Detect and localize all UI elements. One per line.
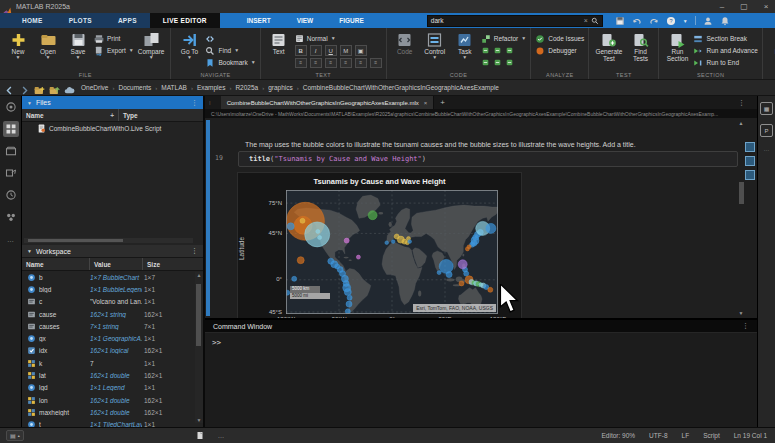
chevron-down-icon[interactable]: ▼ [187, 55, 192, 60]
clear-search-icon[interactable]: × [584, 17, 588, 24]
more-icon[interactable]: … [218, 432, 225, 439]
back-icon[interactable] [4, 82, 15, 93]
undo-icon[interactable] [632, 16, 642, 26]
variable-row[interactable]: k71×1 [22, 357, 203, 369]
panel-layout-button[interactable]: ▤▴ [6, 430, 24, 441]
figure-output[interactable]: Tsunamis by Cause and Wave Height Latitu… [237, 172, 522, 318]
tab-view[interactable]: VIEW [284, 13, 327, 28]
chevron-down-icon[interactable]: ▼ [462, 55, 467, 60]
maximize-button[interactable]: ▢ [739, 0, 749, 13]
ws-col-size[interactable]: Size [143, 258, 203, 270]
output-thumbnail[interactable] [745, 156, 755, 166]
variable-row[interactable]: maxheight162×1 double162×1 [22, 406, 203, 418]
breadcrumb-item[interactable]: OneDrive [81, 84, 108, 91]
breadcrumb-item[interactable]: MATLAB [161, 84, 187, 91]
command-window-menu-icon[interactable]: ⋮ [742, 322, 749, 330]
workspace-vscrollbar[interactable]: ▲ ▼ [195, 272, 203, 423]
save-icon[interactable] [615, 16, 625, 26]
command-prompt[interactable]: >> [212, 338, 757, 347]
output-thumbnail[interactable] [745, 142, 755, 152]
geographic-axes[interactable]: 5000 km 5000 mi Esri, TomTom, FAO, NOAA,… [286, 190, 498, 314]
run-button[interactable]: Run▼ [767, 31, 775, 61]
profiler-icon[interactable]: P [760, 124, 773, 137]
text-button[interactable]: Text [265, 31, 293, 56]
file-row[interactable]: CombineBubbleChartWithO...Live Script [22, 122, 203, 134]
files-icon[interactable] [3, 121, 19, 137]
files-menu-icon[interactable]: ⋮ [191, 99, 198, 107]
variable-row[interactable]: lgd1×1 Legend1×1 [22, 382, 203, 394]
variable-row[interactable]: cause162×1 string162×1 [22, 308, 203, 320]
save-button[interactable]: Save▼ [64, 31, 92, 61]
align-button[interactable]: ≡ [370, 58, 382, 68]
format-i-button[interactable]: I [310, 45, 322, 56]
chevron-down-icon[interactable]: ▼ [76, 55, 81, 60]
bookmark-button[interactable]: Bookmark▼ [205, 57, 255, 68]
document-icon[interactable] [196, 431, 204, 440]
toolbox-icon[interactable] [3, 143, 19, 159]
account-icon[interactable] [703, 16, 713, 26]
format-u-button[interactable]: U [325, 45, 337, 56]
share-icon[interactable] [3, 165, 19, 181]
layers-icon[interactable]: ▣ [355, 45, 367, 56]
new-button[interactable]: New▼ [4, 31, 32, 61]
compare-button[interactable]: Compare▼ [136, 31, 167, 61]
nav-arrows-button[interactable] [205, 33, 255, 44]
collapse-triangle-icon[interactable]: ▼ [27, 100, 32, 106]
variable-row[interactable]: causes7×1 string7×1 [22, 320, 203, 332]
tab-home[interactable]: HOME [9, 13, 56, 28]
chevron-down-icon[interactable]: ▼ [251, 60, 256, 65]
editor-content[interactable]: 19 The map uses the bubble colors to ill… [205, 118, 757, 318]
find-tests-button[interactable]: Find Tests [626, 31, 654, 64]
tab-insert[interactable]: INSERT [234, 13, 284, 28]
go-to-button[interactable]: Go To▼ [175, 31, 203, 61]
editor-scrollbar-thumb[interactable] [739, 182, 744, 204]
export-button[interactable]: Export▼ [94, 45, 134, 56]
scroll-down-icon[interactable]: ▼ [737, 310, 745, 316]
code-issues-button[interactable]: Code Issues [535, 33, 584, 44]
editor-tab[interactable]: CombineBubbleChartWithOtherGraphicsInGeo… [221, 96, 435, 109]
tab-apps[interactable]: APPS [105, 13, 150, 28]
run-section-button[interactable]: Run Section [663, 31, 691, 64]
breadcrumb-item[interactable]: Examples [197, 84, 226, 91]
variable-row[interactable]: gx1×1 GeographicA...1×1 [22, 332, 203, 344]
chevron-down-icon[interactable]: ▼ [683, 18, 688, 24]
chevron-down-icon[interactable]: ▼ [129, 48, 134, 53]
live-script-text[interactable]: The map uses the bubble colors to illust… [245, 141, 745, 148]
variable-row[interactable]: b1×7 BubbleChart1×7 [22, 271, 203, 283]
align-button[interactable]: ≡ [340, 58, 352, 68]
forward-icon[interactable] [19, 82, 30, 93]
panels-icon[interactable]: ▦ [760, 102, 773, 115]
editor-menu-icon[interactable]: ⋮ [738, 99, 745, 107]
section-break-button[interactable]: Section Break [693, 33, 757, 44]
breadcrumb-item[interactable]: CombineBubbleChartWithOtherGraphicsInGeo… [303, 84, 499, 91]
more-icon[interactable]: … [3, 231, 19, 247]
chevron-down-icon[interactable]: ▼ [521, 36, 526, 41]
breadcrumb-item[interactable]: Documents [118, 84, 151, 91]
chevron-down-icon[interactable]: ▼ [234, 48, 239, 53]
refactor-button[interactable]: Refactor▼ [481, 33, 527, 44]
format-m-button[interactable]: M [340, 45, 352, 56]
ws-col-name[interactable]: Name [22, 258, 90, 270]
tab-close-icon[interactable]: × [424, 100, 428, 106]
format-b-button[interactable]: B [295, 45, 307, 56]
command-window-header[interactable]: Command Window ⋮ [205, 320, 757, 333]
breadcrumb-item[interactable]: R2025a [235, 84, 258, 91]
chevron-down-icon[interactable]: ▼ [46, 55, 51, 60]
up-folder-icon[interactable] [49, 82, 60, 93]
tab-live-editor[interactable]: LIVE EDITOR [150, 13, 220, 28]
workspace-menu-icon[interactable]: ⋮ [191, 247, 198, 255]
chevron-down-icon[interactable]: ▼ [149, 55, 154, 60]
style-dropdown[interactable]: Normal▼ [295, 33, 382, 44]
debugger-button[interactable]: Debugger [535, 45, 584, 56]
task-button[interactable]: Task▼ [451, 31, 479, 61]
align-button[interactable]: ≡ [355, 58, 367, 68]
collapse-triangle-icon[interactable]: ▼ [27, 248, 32, 254]
code-tool-icon[interactable] [481, 58, 490, 67]
help-icon[interactable]: ? [666, 16, 676, 26]
code-line[interactable]: title("Tsunamis by Cause and Wave Height… [238, 151, 738, 167]
chevron-down-icon[interactable]: ▼ [432, 55, 437, 60]
apps-icon[interactable] [3, 99, 19, 115]
variable-row[interactable]: c"Volcano and Lan...1×1 [22, 296, 203, 308]
history-icon[interactable] [3, 187, 19, 203]
close-button[interactable]: × [761, 0, 771, 13]
